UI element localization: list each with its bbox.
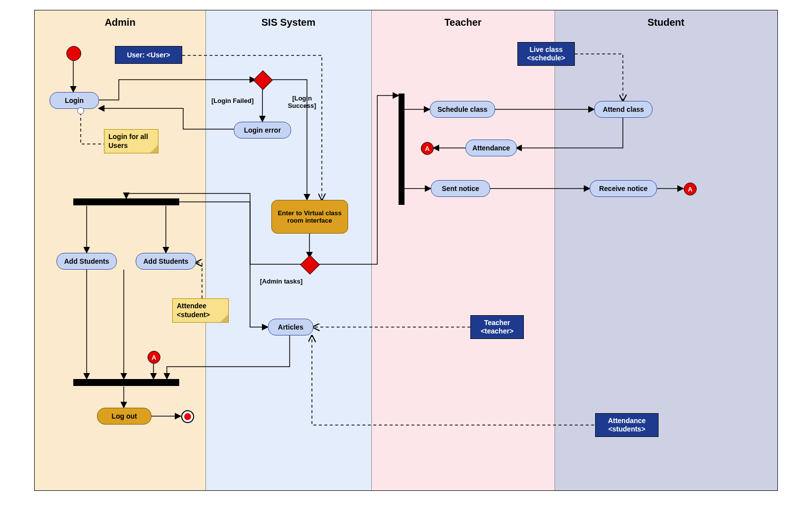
activity-attend-class: Attend class xyxy=(594,101,653,118)
guard-login-failed: [Login Failed] xyxy=(211,97,254,104)
lane-sep xyxy=(555,10,555,490)
note-attendee: Attendee <student> xyxy=(172,298,229,323)
object-user: User: <User> xyxy=(115,46,182,64)
connector-a-admin: A xyxy=(148,351,160,364)
connector-a-student: A xyxy=(684,183,697,195)
activity-attendance: Attendance xyxy=(465,140,517,156)
lane-student xyxy=(555,10,777,490)
lane-header-student: Student xyxy=(555,10,777,34)
note-login-all: Login for all Users xyxy=(104,129,158,153)
activity-sent-notice: Sent notice xyxy=(431,180,490,197)
guard-login-success: [Login Success] xyxy=(282,95,322,109)
activity-login: Login xyxy=(50,92,99,109)
activity-vclass: Enter to Virtual class room interface xyxy=(271,200,348,234)
activity-articles: Articles xyxy=(268,319,313,335)
object-teacher: Teacher <teacher> xyxy=(470,315,524,339)
object-attendance-students: Attendance <students> xyxy=(595,413,659,437)
activity-schedule-class: Schedule class xyxy=(430,101,495,118)
activity-receive-notice: Receive notice xyxy=(590,180,657,197)
lane-sep xyxy=(205,10,206,490)
object-live-class: Live class <schedule> xyxy=(517,42,575,66)
activity-add-students-1: Add Students xyxy=(56,253,117,270)
fork-admin xyxy=(73,198,179,205)
activity-diagram: Admin SIS System Teacher Student xyxy=(34,10,778,491)
lane-teacher xyxy=(371,10,555,490)
activity-login-error: Login error xyxy=(234,122,291,139)
initial-node xyxy=(66,46,81,61)
fork-teacher xyxy=(399,94,405,205)
join-admin xyxy=(73,379,179,386)
lane-header-admin: Admin xyxy=(35,10,205,34)
guard-admin-tasks: [Admin tasks] xyxy=(260,278,303,285)
final-node xyxy=(181,410,194,423)
lane-sep xyxy=(371,10,372,490)
activity-logout: Log out xyxy=(97,408,152,425)
connector-a-teacher: A xyxy=(421,142,434,155)
lane-header-teacher: Teacher xyxy=(371,10,555,34)
lane-header-sis: SIS System xyxy=(205,10,371,34)
pin-login xyxy=(77,107,84,114)
lane-sis xyxy=(205,10,371,490)
activity-add-students-2: Add Students xyxy=(136,253,196,270)
